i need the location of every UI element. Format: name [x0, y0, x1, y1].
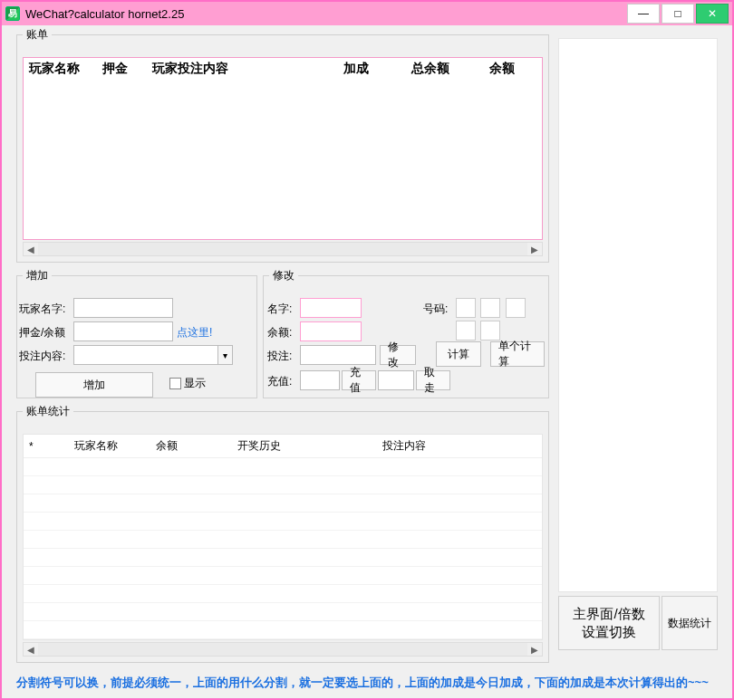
content-area: 账单 玩家名称 押金 玩家投注内容 加成 总余额 余额 — [2, 25, 732, 698]
player-name-label: 玩家名字: — [19, 302, 65, 317]
withdraw-input[interactable] — [378, 370, 414, 390]
balance-display — [300, 321, 362, 341]
window-title: WeChat?calculator hornet2.25 — [25, 7, 184, 21]
maximize-button[interactable]: □ — [662, 4, 694, 24]
single-calculate-button[interactable]: 单个计算 — [490, 341, 545, 367]
bills-horizontal-scrollbar[interactable]: ◀ ▶ — [23, 242, 543, 256]
main-switch-button[interactable]: 主界面/倍数 设置切换 — [558, 596, 660, 650]
player-name-input[interactable] — [73, 298, 173, 318]
stats-horizontal-scrollbar[interactable]: ◀ ▶ — [23, 642, 543, 657]
bills-col-deposit[interactable]: 押金 — [97, 58, 147, 80]
chevron-down-icon[interactable]: ▾ — [218, 345, 233, 365]
number-box-4[interactable] — [456, 321, 476, 340]
number-box-3[interactable] — [506, 298, 526, 318]
table-row[interactable] — [24, 621, 542, 639]
table-row[interactable] — [24, 476, 542, 494]
scroll-right-icon[interactable]: ▶ — [527, 643, 542, 656]
bills-group: 账单 玩家名称 押金 玩家投注内容 加成 总余额 余额 — [16, 27, 549, 263]
bet-content-label: 投注内容: — [19, 349, 65, 364]
number-boxes — [454, 298, 548, 343]
recharge-input[interactable] — [300, 370, 340, 390]
bet-content-combo[interactable]: ▾ — [73, 345, 233, 365]
scroll-track[interactable] — [38, 243, 527, 255]
click-here-link[interactable]: 点这里! — [177, 325, 212, 340]
table-row[interactable] — [24, 549, 542, 567]
number-label: 号码: — [423, 302, 448, 317]
number-box-2[interactable] — [480, 298, 500, 318]
stats-col-star[interactable]: * — [24, 435, 69, 458]
number-box-5[interactable] — [480, 321, 500, 340]
stats-table[interactable]: * 玩家名称 余额 开奖历史 投注内容 — [23, 434, 543, 640]
table-row[interactable] — [24, 513, 542, 531]
bet-input[interactable] — [300, 345, 376, 365]
table-row[interactable] — [24, 458, 542, 476]
deposit-balance-input[interactable] — [73, 321, 173, 341]
app-window: 易 WeChat?calculator hornet2.25 — □ ✕ 账单 … — [0, 0, 734, 700]
bills-col-bet-content[interactable]: 玩家投注内容 — [147, 58, 339, 80]
app-icon: 易 — [5, 6, 20, 21]
bet-label: 投注: — [267, 349, 292, 364]
number-box-1[interactable] — [456, 298, 476, 318]
balance-label: 余额: — [267, 325, 292, 340]
data-stats-button[interactable]: 数据统计 — [662, 596, 718, 650]
stats-col-bet-content[interactable]: 投注内容 — [377, 435, 542, 458]
add-button[interactable]: 增加 — [35, 372, 153, 398]
stats-col-balance[interactable]: 余额 — [150, 435, 232, 458]
bills-col-bonus[interactable]: 加成 — [338, 58, 405, 80]
add-group: 增加 玩家名字: 押金/余额 点这里! 投注内容: ▾ 增加 显示 — [16, 268, 257, 398]
stats-col-player[interactable]: 玩家名称 — [69, 435, 150, 458]
bills-col-player[interactable]: 玩家名称 — [24, 58, 97, 80]
checkbox-icon — [169, 378, 181, 389]
bills-table[interactable]: 玩家名称 押金 玩家投注内容 加成 总余额 余额 — [23, 57, 543, 240]
modify-button[interactable]: 修改 — [380, 345, 416, 365]
name-label: 名字: — [267, 302, 292, 317]
minimize-button[interactable]: — — [627, 4, 660, 24]
recharge-label: 充值: — [267, 374, 292, 389]
scroll-left-icon[interactable]: ◀ — [24, 243, 38, 255]
footer-hint: 分割符号可以换，前提必须统一，上面的用什么分割，就一定要选上面的，上面的加成是今… — [16, 675, 718, 693]
add-legend: 增加 — [23, 268, 52, 283]
table-row[interactable] — [24, 603, 542, 621]
scroll-right-icon[interactable]: ▶ — [527, 243, 542, 255]
bills-legend: 账单 — [23, 27, 52, 43]
bills-col-total-balance[interactable]: 总余额 — [406, 58, 485, 80]
scroll-left-icon[interactable]: ◀ — [24, 643, 38, 656]
stats-group: 账单统计 * 玩家名称 余额 开奖历史 投注内容 — [16, 404, 549, 663]
calculate-button[interactable]: 计算 — [436, 341, 481, 367]
show-checkbox-label: 显示 — [184, 376, 206, 391]
deposit-balance-label: 押金/余额 — [19, 325, 65, 340]
titlebar: 易 WeChat?calculator hornet2.25 — □ ✕ — [2, 2, 732, 25]
withdraw-button[interactable]: 取走 — [416, 370, 450, 390]
right-panel — [558, 38, 718, 592]
scroll-track[interactable] — [38, 643, 527, 656]
bills-col-balance[interactable]: 余额 — [484, 58, 542, 80]
show-checkbox[interactable]: 显示 — [169, 376, 206, 391]
bet-content-input[interactable] — [73, 345, 218, 365]
stats-legend: 账单统计 — [23, 404, 73, 419]
modify-legend: 修改 — [269, 268, 298, 283]
name-display — [300, 298, 362, 318]
stats-col-history[interactable]: 开奖历史 — [232, 435, 377, 458]
modify-group: 修改 名字: 余额: 投注: 修改 充值: 充值 取走 号码: 计算 单个计算 — [263, 268, 549, 398]
recharge-button[interactable]: 充值 — [342, 370, 376, 390]
table-row[interactable] — [24, 531, 542, 549]
table-row[interactable] — [24, 585, 542, 603]
table-row[interactable] — [24, 494, 542, 513]
table-row[interactable] — [24, 567, 542, 585]
close-button[interactable]: ✕ — [696, 4, 729, 24]
